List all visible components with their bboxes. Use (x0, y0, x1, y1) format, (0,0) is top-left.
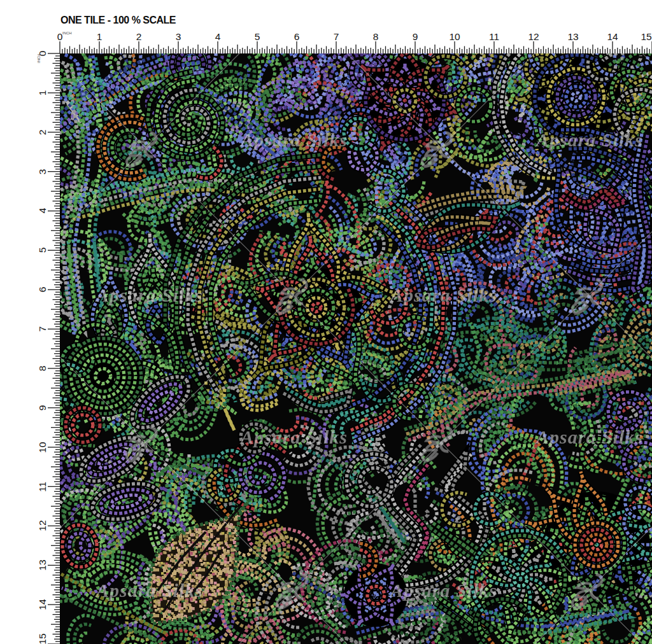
svg-text:6: 6 (294, 31, 300, 42)
svg-text:Apsara Silks: Apsara Silks (535, 129, 643, 150)
svg-text:2: 2 (37, 130, 48, 136)
svg-text:9: 9 (413, 31, 418, 42)
svg-text:INCH: INCH (37, 53, 41, 63)
svg-text:4: 4 (37, 207, 48, 213)
svg-text:Apsara Silks: Apsara Silks (239, 426, 348, 447)
svg-text:4: 4 (215, 31, 221, 42)
svg-text:11: 11 (489, 31, 499, 42)
svg-text:ONE TILE - 100 % SCALE: ONE TILE - 100 % SCALE (60, 15, 176, 25)
svg-text:Apsara Silks: Apsara Silks (389, 284, 497, 305)
svg-text:14: 14 (607, 31, 618, 42)
svg-text:5: 5 (255, 31, 260, 42)
svg-text:10: 10 (449, 31, 460, 42)
svg-text:12: 12 (528, 31, 539, 42)
svg-text:10: 10 (37, 442, 48, 453)
svg-text:9: 9 (37, 405, 48, 411)
svg-text:12: 12 (37, 520, 48, 531)
svg-text:1: 1 (97, 31, 103, 42)
svg-text:7: 7 (37, 326, 48, 332)
svg-text:7: 7 (334, 31, 339, 42)
svg-text:Apsara Silks: Apsara Silks (389, 580, 497, 601)
svg-text:13: 13 (567, 31, 578, 42)
svg-text:Apsara Silks: Apsara Silks (95, 580, 203, 601)
svg-text:8: 8 (37, 366, 48, 372)
svg-text:0: 0 (57, 31, 63, 42)
svg-text:Apsara Silks: Apsara Silks (95, 284, 203, 305)
svg-text:11: 11 (37, 482, 48, 492)
svg-text:3: 3 (176, 31, 181, 42)
svg-text:14: 14 (37, 599, 48, 610)
svg-text:Apsara Silks: Apsara Silks (535, 426, 643, 447)
svg-text:15: 15 (641, 31, 651, 42)
svg-text:1: 1 (37, 90, 48, 96)
svg-text:13: 13 (37, 559, 48, 570)
svg-text:5: 5 (37, 248, 48, 253)
svg-text:6: 6 (37, 287, 48, 293)
svg-text:INCH: INCH (62, 31, 72, 35)
svg-text:15: 15 (37, 633, 48, 644)
svg-text:3: 3 (37, 169, 48, 175)
svg-text:Apsara Silks: Apsara Silks (239, 129, 348, 150)
svg-text:2: 2 (136, 31, 142, 42)
svg-text:8: 8 (373, 31, 379, 42)
